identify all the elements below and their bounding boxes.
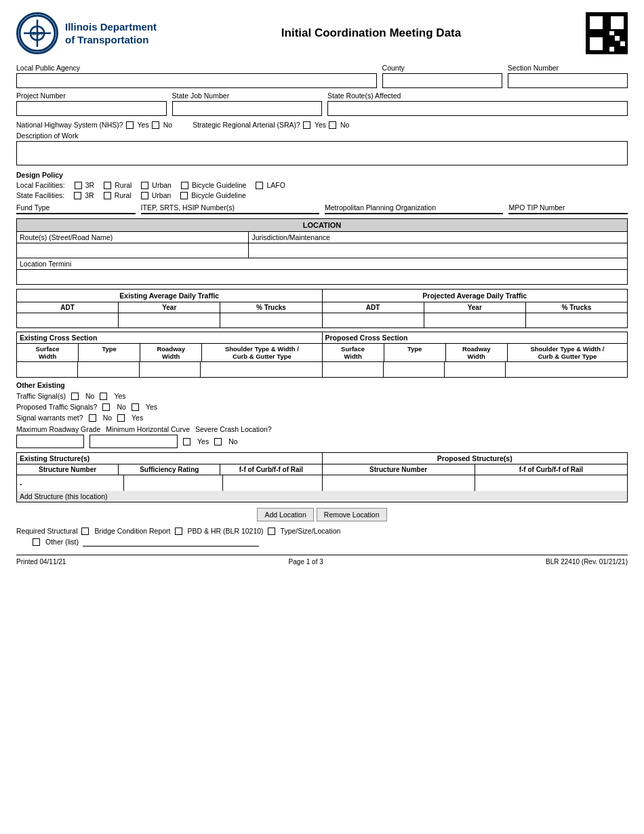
qr-code — [586, 12, 628, 54]
pr-struct-num-input[interactable] — [323, 475, 475, 491]
grade-inputs-row: Yes No — [16, 435, 628, 448]
other-list-checkbox[interactable] — [33, 538, 40, 546]
ex-type-col: Type — [79, 344, 140, 361]
routes-label: Route(s) (Street/Road Name) — [20, 233, 113, 241]
projected-adt-input[interactable] — [323, 313, 424, 327]
traffic-signals-yes-label: Yes — [114, 392, 125, 400]
state-urban-checkbox[interactable] — [141, 192, 148, 199]
agency-name: Illinois Departmentof Transportation — [65, 20, 157, 47]
signal-warrants-yes-checkbox[interactable] — [117, 414, 125, 422]
location-buttons-row: Add Location Remove Location — [16, 508, 628, 521]
ex-surface-width-input[interactable] — [17, 362, 78, 377]
remove-location-button[interactable]: Remove Location — [317, 508, 387, 521]
crash-no-label: No — [228, 437, 237, 445]
bridge-condition-checkbox[interactable] — [81, 528, 89, 535]
nhs-no-checkbox[interactable] — [152, 121, 159, 129]
project-number-input[interactable] — [16, 101, 167, 116]
sra-yes-checkbox[interactable] — [303, 121, 310, 129]
type-size-checkbox[interactable] — [268, 528, 275, 535]
pr-surface-width-input[interactable] — [323, 362, 384, 377]
location-table: Route(s) (Street/Road Name) Jurisdiction… — [16, 231, 628, 285]
minus-button[interactable]: - — [17, 478, 25, 489]
local-rural-item: Rural — [104, 181, 132, 189]
ex-ff-col: f-f of Curb/f-f of Rail — [220, 464, 321, 475]
pr-type-input[interactable] — [384, 362, 445, 377]
pr-shoulder-input[interactable] — [506, 362, 627, 377]
traffic-section: Existing Average Daily Traffic Projected… — [16, 289, 628, 328]
local-public-agency-label: Local Public Agency — [16, 64, 377, 72]
ex-sufficiency-input[interactable] — [124, 475, 223, 491]
fund-type-input[interactable] — [16, 213, 136, 214]
crash-yes-checkbox[interactable] — [183, 438, 190, 445]
projected-trucks-input[interactable] — [526, 313, 627, 327]
projected-year-input[interactable] — [424, 313, 526, 327]
existing-adt-col: ADT — [17, 302, 119, 313]
ex-struct-num-input[interactable] — [25, 475, 124, 491]
local-urban-checkbox[interactable] — [141, 182, 148, 189]
jurisdiction-input[interactable] — [249, 243, 628, 258]
pr-shoulder-col: Shoulder Type & Width /Curb & Gutter Typ… — [508, 344, 627, 361]
local-3r-label: 3R — [85, 181, 94, 189]
nhs-yes-checkbox[interactable] — [126, 121, 134, 129]
other-existing-title: Other Existing — [16, 381, 628, 389]
pr-ff-input[interactable] — [475, 475, 627, 491]
fund-type-row: Fund Type ITEP, SRTS, HSIP Number(s) Met… — [16, 203, 628, 214]
local-bicycle-checkbox[interactable] — [181, 182, 188, 189]
state-bicycle-checkbox[interactable] — [180, 192, 188, 199]
location-header: LOCATION — [16, 218, 628, 231]
mpo-input[interactable] — [325, 213, 503, 214]
routes-input[interactable] — [17, 243, 249, 258]
max-grade-input[interactable] — [16, 435, 84, 448]
nhs-label: National Highway System (NHS)? — [16, 121, 123, 129]
local-rural-checkbox[interactable] — [104, 182, 111, 189]
section-number-input[interactable] — [508, 73, 628, 88]
existing-year-input[interactable] — [119, 313, 220, 327]
itep-input[interactable] — [141, 213, 319, 214]
proposed-signals-yes-checkbox[interactable] — [132, 403, 139, 411]
signal-warrants-no-checkbox[interactable] — [89, 414, 96, 422]
pr-roadway-width-input[interactable] — [445, 362, 506, 377]
min-curve-input[interactable] — [89, 435, 178, 448]
traffic-signals-yes-checkbox[interactable] — [100, 393, 107, 400]
ex-ff-input[interactable] — [223, 475, 321, 491]
pr-roadway-width-col: RoadwayWidth — [446, 344, 508, 361]
state-job-number-label: State Job Number — [172, 92, 323, 100]
existing-adt-input[interactable] — [17, 313, 119, 327]
traffic-col-headers: ADT Year % Trucks ADT Year % Trucks — [16, 302, 628, 313]
add-location-button[interactable]: Add Location — [257, 508, 313, 521]
crash-no-checkbox[interactable] — [214, 438, 222, 445]
other-list-row: Other (list) — [16, 537, 628, 547]
ex-shoulder-input[interactable] — [201, 362, 322, 377]
local-lafo-checkbox[interactable] — [256, 182, 263, 189]
existing-trucks-input[interactable] — [220, 313, 321, 327]
proposed-signals-no-checkbox[interactable] — [102, 403, 110, 411]
add-structure-button[interactable]: Add Structure (this location) — [16, 491, 628, 502]
ex-sufficiency-col: Sufficiency Rating — [119, 464, 220, 475]
idot-logo: IDOT — [16, 12, 58, 54]
county-input[interactable] — [382, 73, 502, 88]
state-3r-checkbox[interactable] — [74, 192, 81, 199]
structures-section: Existing Structure(s) Proposed Structure… — [16, 452, 628, 502]
signal-warrants-row: Signal warrants met? No Yes — [16, 414, 628, 422]
desc-of-work-input[interactable] — [16, 141, 628, 165]
traffic-signals-no-checkbox[interactable] — [71, 393, 79, 400]
state-job-number-input[interactable] — [172, 101, 323, 116]
projected-year-col: Year — [424, 302, 526, 313]
pbd-hr-checkbox[interactable] — [175, 528, 182, 535]
local-public-agency-input[interactable] — [16, 73, 377, 88]
mpo-tip-input[interactable] — [508, 213, 628, 214]
state-rural-checkbox[interactable] — [104, 192, 111, 199]
other-list-input[interactable] — [83, 537, 259, 547]
ex-type-input[interactable] — [78, 362, 139, 377]
ex-roadway-width-input[interactable] — [140, 362, 201, 377]
pr-surface-width-col: SurfaceWidth — [323, 344, 384, 361]
sra-no-checkbox[interactable] — [329, 121, 336, 129]
local-3r-checkbox[interactable] — [75, 182, 82, 189]
state-routes-input[interactable] — [327, 101, 628, 116]
projected-trucks-col: % Trucks — [526, 302, 627, 313]
svg-text:IDOT: IDOT — [32, 31, 43, 36]
pr-ff-col: f-f of Curb/f-f of Rail — [475, 464, 627, 475]
local-rural-label: Rural — [115, 181, 132, 189]
ex-struct-num-col: Structure Number — [17, 464, 119, 475]
termini-input[interactable] — [17, 270, 628, 285]
